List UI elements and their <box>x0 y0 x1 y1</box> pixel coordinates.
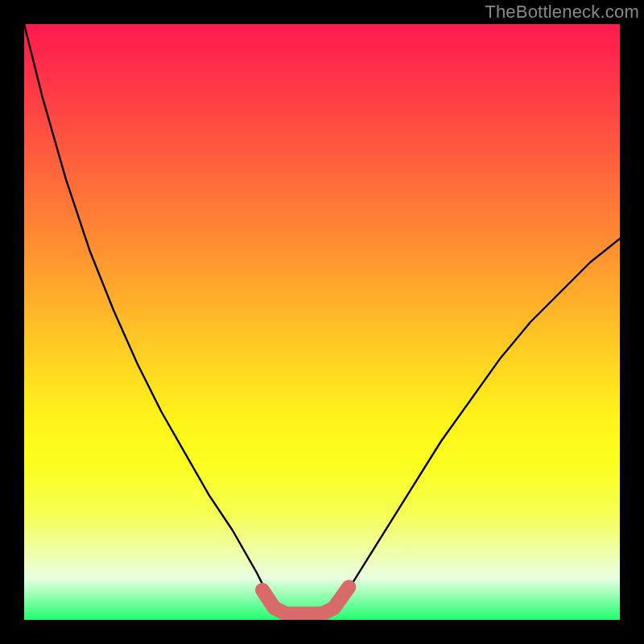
chart-frame: TheBottleneck.com <box>0 0 644 644</box>
watermark-text: TheBottleneck.com <box>485 2 639 23</box>
curve-layer <box>24 24 620 620</box>
accent-segment <box>262 587 349 613</box>
plot-area <box>24 24 620 620</box>
main-curve <box>24 24 620 614</box>
